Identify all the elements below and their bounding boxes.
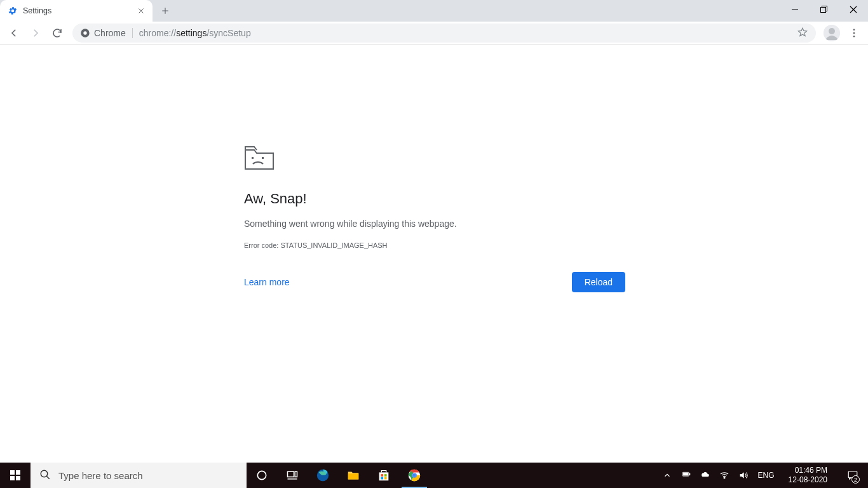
window-controls bbox=[780, 0, 868, 22]
svg-rect-14 bbox=[16, 470, 20, 475]
browser-tab-active[interactable]: Settings bbox=[0, 0, 153, 22]
tray-chevron-up-icon[interactable] bbox=[661, 470, 673, 481]
error-actions: Learn more Reload bbox=[244, 272, 625, 292]
windows-taskbar: Type here to search bbox=[0, 463, 868, 488]
cortana-icon[interactable] bbox=[247, 463, 277, 488]
svg-rect-24 bbox=[381, 474, 383, 477]
svg-point-17 bbox=[41, 470, 48, 477]
error-message: Something went wrong while displaying th… bbox=[244, 219, 625, 229]
address-bar[interactable]: Chrome chrome://settings/syncSetup bbox=[72, 24, 816, 43]
svg-rect-16 bbox=[16, 476, 20, 480]
microsoft-store-icon[interactable] bbox=[369, 463, 399, 488]
start-button[interactable] bbox=[0, 463, 31, 488]
svg-rect-34 bbox=[683, 473, 688, 476]
bookmark-star-icon[interactable] bbox=[797, 27, 808, 40]
chrome-app-icon[interactable] bbox=[399, 463, 430, 488]
kebab-menu-icon[interactable] bbox=[844, 23, 864, 43]
svg-rect-11 bbox=[252, 157, 254, 159]
error-block: Aw, Snap! Something went wrong while dis… bbox=[244, 145, 625, 292]
forward-button[interactable] bbox=[25, 23, 46, 43]
svg-rect-13 bbox=[10, 470, 15, 475]
svg-point-10 bbox=[853, 36, 855, 37]
site-chip-label: Chrome bbox=[94, 28, 126, 38]
onedrive-icon[interactable] bbox=[700, 470, 711, 481]
site-chip: Chrome bbox=[80, 28, 132, 38]
edge-icon[interactable] bbox=[308, 463, 338, 488]
language-indicator[interactable]: ENG bbox=[757, 471, 776, 480]
taskbar-search-placeholder: Type here to search bbox=[58, 470, 143, 481]
clock[interactable]: 01:46 PM 12-08-2020 bbox=[783, 466, 832, 485]
reload-button[interactable] bbox=[47, 23, 67, 43]
file-explorer-icon[interactable] bbox=[338, 463, 369, 488]
svg-rect-15 bbox=[10, 476, 15, 480]
task-view-icon[interactable] bbox=[277, 463, 308, 488]
svg-rect-33 bbox=[689, 473, 689, 475]
svg-point-7 bbox=[829, 28, 835, 34]
learn-more-link[interactable]: Learn more bbox=[244, 277, 290, 287]
close-icon[interactable] bbox=[136, 6, 146, 16]
close-window-button[interactable] bbox=[839, 0, 868, 19]
clock-date: 12-08-2020 bbox=[789, 475, 827, 485]
browser-toolbar: Chrome chrome://settings/syncSetup bbox=[0, 22, 868, 45]
svg-rect-27 bbox=[384, 477, 387, 480]
error-title: Aw, Snap! bbox=[244, 191, 625, 207]
svg-rect-23 bbox=[379, 472, 389, 480]
svg-rect-20 bbox=[295, 471, 297, 477]
sad-folder-icon bbox=[244, 145, 275, 170]
svg-point-35 bbox=[724, 477, 725, 478]
error-code: Error code: STATUS_INVALID_IMAGE_HASH bbox=[244, 241, 625, 249]
notification-badge: 2 bbox=[851, 475, 860, 484]
page-content: Aw, Snap! Something went wrong while dis… bbox=[0, 45, 868, 463]
system-tray: ENG 01:46 PM 12-08-2020 2 bbox=[661, 463, 868, 488]
svg-point-31 bbox=[412, 473, 416, 477]
svg-point-9 bbox=[853, 32, 855, 34]
clock-time: 01:46 PM bbox=[789, 466, 827, 475]
minimize-button[interactable] bbox=[780, 0, 810, 19]
back-button[interactable] bbox=[4, 23, 24, 43]
new-tab-button[interactable] bbox=[156, 2, 174, 20]
svg-rect-2 bbox=[821, 8, 826, 13]
taskbar-pinned-apps bbox=[247, 463, 430, 488]
wifi-icon[interactable] bbox=[719, 470, 730, 481]
gear-icon bbox=[8, 6, 18, 16]
browser-titlebar: Settings bbox=[0, 0, 868, 22]
tab-title: Settings bbox=[23, 6, 136, 15]
omnibox-separator bbox=[132, 28, 133, 38]
svg-point-5 bbox=[83, 31, 86, 34]
svg-rect-0 bbox=[792, 10, 798, 10]
svg-point-18 bbox=[257, 471, 266, 479]
svg-rect-22 bbox=[348, 473, 359, 479]
svg-rect-12 bbox=[262, 157, 264, 159]
url-text: chrome://settings/syncSetup bbox=[139, 28, 251, 38]
svg-rect-26 bbox=[381, 477, 383, 480]
reload-page-button[interactable]: Reload bbox=[572, 272, 625, 292]
svg-rect-25 bbox=[384, 474, 387, 477]
battery-icon[interactable] bbox=[681, 470, 692, 481]
maximize-button[interactable] bbox=[810, 0, 839, 19]
search-icon bbox=[39, 469, 51, 482]
profile-avatar[interactable] bbox=[824, 25, 840, 41]
svg-point-8 bbox=[853, 29, 855, 30]
chrome-icon bbox=[80, 28, 90, 38]
taskbar-search[interactable]: Type here to search bbox=[31, 463, 247, 488]
volume-icon[interactable] bbox=[738, 470, 749, 481]
svg-rect-19 bbox=[288, 471, 294, 477]
action-center-icon[interactable]: 2 bbox=[840, 463, 865, 488]
